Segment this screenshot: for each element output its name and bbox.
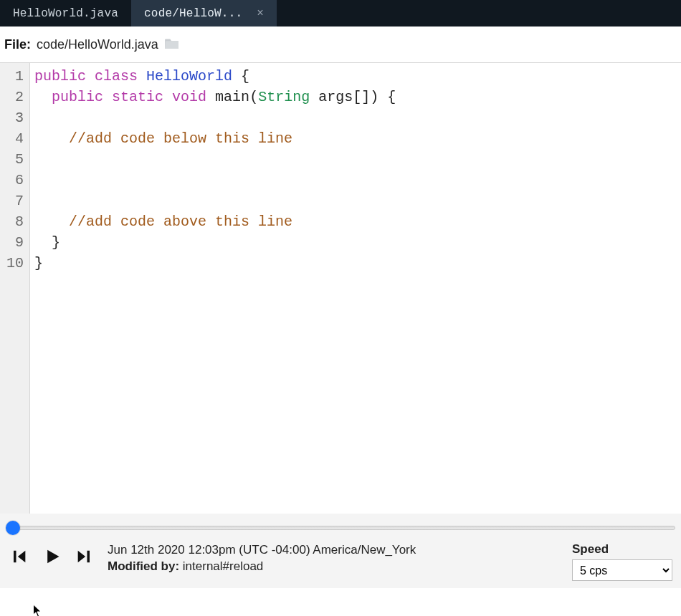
token-sp	[34, 213, 69, 230]
token-punc: (	[249, 89, 258, 105]
token-sp	[34, 110, 69, 126]
token-sp	[34, 89, 52, 105]
token-punc: {	[387, 89, 396, 105]
token-ident: args	[318, 89, 353, 105]
token-class: HelloWorld	[146, 68, 232, 85]
mouse-cursor-icon	[33, 605, 42, 616]
token-sp	[103, 89, 112, 105]
token-kw: public	[34, 68, 86, 85]
line-number: 6	[0, 170, 29, 191]
scrubber-thumb[interactable]	[6, 521, 20, 535]
code-line[interactable]	[34, 149, 681, 170]
playback-scrubber[interactable]	[6, 519, 675, 536]
code-line[interactable]	[34, 107, 681, 128]
line-number: 7	[0, 191, 29, 211]
skip-back-button[interactable]	[9, 547, 29, 567]
line-number: 8	[0, 211, 29, 232]
token-punc: }	[34, 255, 43, 271]
tab-0[interactable]: HelloWorld.java	[0, 0, 131, 27]
play-button[interactable]	[42, 547, 62, 567]
close-icon[interactable]: ×	[257, 7, 264, 20]
token-sp	[378, 89, 387, 105]
token-sp	[34, 234, 52, 251]
code-area[interactable]: public class HelloWorld { public static …	[30, 63, 681, 514]
file-info-row: File: code/HelloWorld.java	[0, 27, 681, 62]
token-sp	[206, 89, 215, 105]
line-number: 4	[0, 128, 29, 149]
playback-meta: Jun 12th 2020 12:03pm (UTC -04:00) Ameri…	[108, 542, 559, 575]
code-line[interactable]: }	[34, 253, 681, 274]
playback-panel: Jun 12th 2020 12:03pm (UTC -04:00) Ameri…	[0, 514, 681, 588]
line-number-gutter: 12345678910	[0, 63, 30, 514]
speed-control: Speed 5 cps	[572, 542, 672, 581]
line-number: 5	[0, 149, 29, 170]
code-line[interactable]: //add code below this line	[34, 128, 681, 149]
token-sp	[232, 68, 241, 85]
modified-by-label: Modified by:	[108, 559, 179, 573]
code-line[interactable]: public class HelloWorld {	[34, 66, 681, 87]
line-number: 2	[0, 87, 29, 107]
code-line[interactable]	[34, 191, 681, 211]
token-sp	[86, 68, 95, 85]
token-sp	[163, 89, 172, 105]
code-editor[interactable]: 12345678910 public class HelloWorld { pu…	[0, 62, 681, 514]
token-sp	[310, 89, 318, 105]
speed-select[interactable]: 5 cps	[572, 559, 672, 581]
scrubber-track[interactable]	[6, 526, 675, 530]
code-line[interactable]: public static void main(String args[]) {	[34, 87, 681, 107]
token-kw: void	[172, 89, 206, 105]
line-number: 10	[0, 253, 29, 274]
line-number: 3	[0, 107, 29, 128]
skip-forward-button[interactable]	[75, 547, 95, 567]
tab-label: HelloWorld.java	[13, 7, 118, 20]
token-ident: main	[215, 89, 249, 105]
transport-controls	[9, 542, 95, 567]
tab-bar: HelloWorld.javacode/HelloW...×	[0, 0, 681, 27]
line-number: 1	[0, 66, 29, 87]
token-type: String	[258, 89, 310, 105]
modified-by-value: internal#reload	[183, 559, 263, 573]
line-number: 9	[0, 232, 29, 253]
token-sp	[34, 130, 69, 147]
tab-label: code/HelloW...	[144, 7, 242, 20]
code-line[interactable]: //add code above this line	[34, 211, 681, 232]
folder-icon[interactable]	[164, 37, 180, 52]
speed-label: Speed	[572, 542, 672, 557]
token-kw: static	[112, 89, 163, 105]
token-punc: }	[52, 234, 60, 251]
tab-1[interactable]: code/HelloW...×	[131, 0, 277, 27]
token-comment: //add code below this line	[69, 130, 292, 147]
playback-timestamp: Jun 12th 2020 12:03pm (UTC -04:00) Ameri…	[108, 542, 559, 559]
token-punc: {	[241, 68, 249, 85]
code-line[interactable]: }	[34, 232, 681, 253]
file-label: File:	[4, 37, 31, 52]
code-line[interactable]	[34, 170, 681, 191]
file-path: code/HelloWorld.java	[37, 37, 158, 52]
token-punc: [])	[353, 89, 378, 105]
token-kw: class	[95, 68, 138, 85]
token-sp	[138, 68, 146, 85]
token-kw: public	[52, 89, 103, 105]
token-comment: //add code above this line	[69, 213, 292, 230]
